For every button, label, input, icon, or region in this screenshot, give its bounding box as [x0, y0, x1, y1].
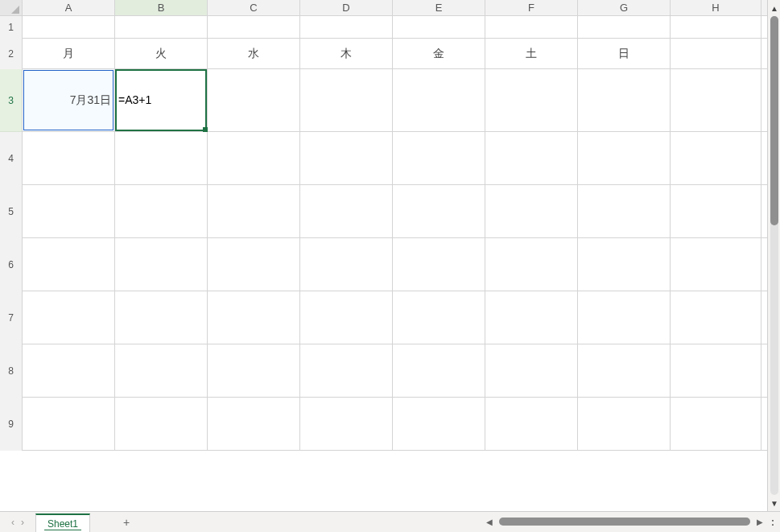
grid-body[interactable]: 12月火水木金土日37月31日456789 [0, 16, 767, 451]
vertical-scrollbar[interactable]: ▲ ▼ [767, 0, 780, 511]
cell-A2[interactable]: 月 [23, 39, 115, 68]
cell-H2[interactable] [671, 39, 761, 68]
sheet-tab-menu-button[interactable]: : [766, 517, 780, 528]
cell-G8[interactable] [578, 344, 671, 397]
sheet-nav-prev[interactable]: ‹ [11, 517, 14, 528]
cell-C3[interactable] [208, 69, 300, 131]
cell-C5[interactable] [208, 185, 300, 237]
v-scroll-track[interactable] [770, 16, 778, 495]
select-all-corner[interactable] [0, 0, 23, 15]
cell-G5[interactable] [578, 185, 671, 237]
cell-B7[interactable] [115, 291, 208, 344]
cell-B4[interactable] [115, 132, 208, 184]
cell-B3[interactable] [115, 69, 208, 131]
cell-H5[interactable] [671, 185, 761, 237]
cell-F2[interactable]: 土 [485, 39, 578, 68]
cell-A7[interactable] [23, 291, 115, 344]
cell-D5[interactable] [300, 185, 393, 237]
row-header-5[interactable]: 5 [0, 185, 23, 238]
cell-H8[interactable] [671, 344, 761, 397]
spreadsheet-grid[interactable]: ABCDEFGH 12月火水木金土日37月31日456789 =A3+1 [0, 0, 767, 498]
cell-F6[interactable] [485, 238, 578, 291]
cell-D4[interactable] [300, 132, 393, 184]
horizontal-scrollbar[interactable]: ◀ ▶ [483, 511, 766, 532]
row-header-3[interactable]: 3 [0, 69, 23, 132]
row-header-2[interactable]: 2 [0, 39, 23, 69]
h-scroll-thumb[interactable] [499, 518, 750, 526]
cell-B2[interactable]: 火 [115, 39, 208, 68]
cell-C2[interactable]: 水 [208, 39, 300, 68]
cell-A5[interactable] [23, 185, 115, 237]
sheet-nav-next[interactable]: › [21, 517, 24, 528]
cell-E9[interactable] [393, 398, 485, 450]
cell-H6[interactable] [671, 238, 761, 291]
cell-D1[interactable] [300, 16, 393, 38]
add-sheet-button[interactable]: + [116, 516, 137, 529]
row-header-7[interactable]: 7 [0, 291, 23, 344]
cell-C8[interactable] [208, 344, 300, 397]
row-header-8[interactable]: 8 [0, 344, 23, 398]
cell-B9[interactable] [115, 398, 208, 450]
cell-G1[interactable] [578, 16, 671, 38]
cell-H1[interactable] [671, 16, 761, 38]
cell-C7[interactable] [208, 291, 300, 344]
cell-A4[interactable] [23, 132, 115, 184]
cell-F4[interactable] [485, 132, 578, 184]
v-scroll-thumb[interactable] [770, 16, 778, 225]
cell-A6[interactable] [23, 238, 115, 291]
cell-B5[interactable] [115, 185, 208, 237]
cell-B8[interactable] [115, 344, 208, 397]
cell-F5[interactable] [485, 185, 578, 237]
cell-G6[interactable] [578, 238, 671, 291]
cell-A8[interactable] [23, 344, 115, 397]
cell-F3[interactable] [485, 69, 578, 131]
cell-F1[interactable] [485, 16, 578, 38]
cell-E7[interactable] [393, 291, 485, 344]
column-header-H[interactable]: H [671, 0, 761, 15]
column-header-F[interactable]: F [485, 0, 578, 15]
column-header-G[interactable]: G [578, 0, 671, 15]
cell-F7[interactable] [485, 291, 578, 344]
cell-A9[interactable] [23, 398, 115, 450]
column-header-B[interactable]: B [115, 0, 208, 15]
cell-G2[interactable]: 日 [578, 39, 671, 68]
scroll-down-button[interactable]: ▼ [768, 497, 780, 509]
cell-B1[interactable] [115, 16, 208, 38]
scroll-right-button[interactable]: ▶ [753, 515, 766, 528]
cell-E8[interactable] [393, 344, 485, 397]
row-header-9[interactable]: 9 [0, 398, 23, 451]
row-header-6[interactable]: 6 [0, 238, 23, 291]
cell-D3[interactable] [300, 69, 393, 131]
cell-E6[interactable] [393, 238, 485, 291]
cell-E3[interactable] [393, 69, 485, 131]
cell-C4[interactable] [208, 132, 300, 184]
cell-F8[interactable] [485, 344, 578, 397]
cell-G9[interactable] [578, 398, 671, 450]
cell-E4[interactable] [393, 132, 485, 184]
cell-E5[interactable] [393, 185, 485, 237]
cell-H3[interactable] [671, 69, 761, 131]
cell-G3[interactable] [578, 69, 671, 131]
scroll-up-button[interactable]: ▲ [768, 2, 780, 14]
cell-B6[interactable] [115, 238, 208, 291]
scroll-left-button[interactable]: ◀ [483, 515, 496, 528]
cell-G7[interactable] [578, 291, 671, 344]
cell-D9[interactable] [300, 398, 393, 450]
cell-A3[interactable]: 7月31日 [23, 69, 115, 131]
column-header-D[interactable]: D [300, 0, 393, 15]
cell-E1[interactable] [393, 16, 485, 38]
row-header-1[interactable]: 1 [0, 16, 23, 39]
h-scroll-track[interactable] [499, 518, 750, 526]
column-header-C[interactable]: C [208, 0, 300, 15]
column-header-E[interactable]: E [393, 0, 485, 15]
cell-H9[interactable] [671, 398, 761, 450]
cell-E2[interactable]: 金 [393, 39, 485, 68]
cell-A1[interactable] [23, 16, 115, 38]
sheet-tab-active[interactable]: Sheet1 [35, 513, 90, 533]
cell-G4[interactable] [578, 132, 671, 184]
cell-C6[interactable] [208, 238, 300, 291]
cell-D8[interactable] [300, 344, 393, 397]
cell-D7[interactable] [300, 291, 393, 344]
cell-D6[interactable] [300, 238, 393, 291]
row-header-4[interactable]: 4 [0, 132, 23, 185]
